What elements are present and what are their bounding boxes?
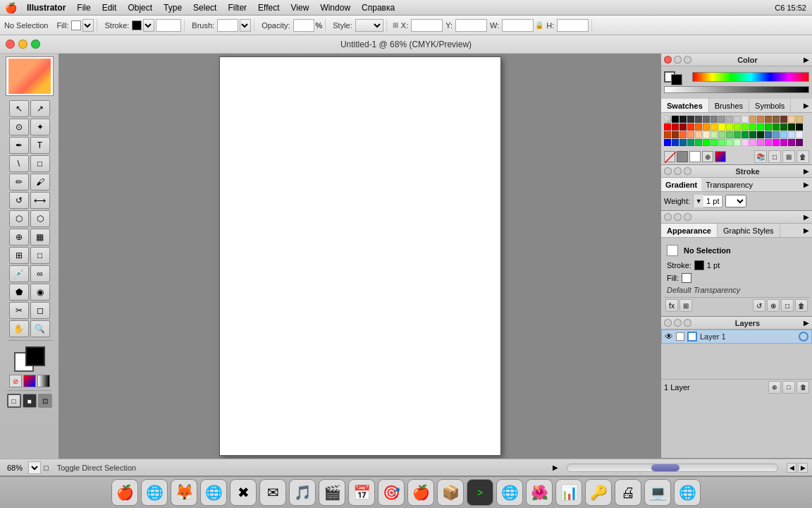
swatch-0-2[interactable] bbox=[679, 116, 687, 123]
close-button[interactable] bbox=[6, 40, 15, 49]
menu-object[interactable]: Object bbox=[122, 0, 158, 16]
color-black-strip[interactable] bbox=[664, 86, 809, 93]
apple-menu[interactable]: 🍎 bbox=[0, 2, 21, 13]
no-selection-checkbox[interactable] bbox=[667, 245, 678, 256]
swatch-1-4[interactable] bbox=[695, 123, 702, 131]
swatch-1-11[interactable] bbox=[749, 123, 756, 131]
delete-icon[interactable]: 🗑 bbox=[795, 299, 808, 312]
tab-transparency[interactable]: Transparency bbox=[701, 178, 757, 191]
color-panel-menu-icon[interactable]: ▶ bbox=[804, 56, 809, 64]
swatch-1-2[interactable] bbox=[679, 123, 687, 131]
swatch-0-17[interactable] bbox=[796, 116, 803, 123]
dock-browser-icon[interactable]: 🌐 bbox=[674, 479, 701, 506]
delete-layer-icon[interactable]: 🗑 bbox=[796, 381, 809, 394]
tab-graphic-styles[interactable]: Graphic Styles bbox=[718, 224, 780, 237]
swatch-2-2[interactable] bbox=[679, 131, 687, 138]
swatch-1-17[interactable] bbox=[796, 123, 803, 131]
lasso-tool[interactable]: ⊙ bbox=[9, 119, 29, 135]
line-tool[interactable]: \ bbox=[9, 155, 29, 172]
swatch-0-3[interactable] bbox=[687, 116, 694, 123]
layers-panel-close[interactable] bbox=[664, 319, 672, 327]
menu-file[interactable]: File bbox=[71, 0, 96, 16]
appearance-panel-max[interactable] bbox=[684, 213, 691, 221]
color-spectrum[interactable] bbox=[692, 72, 809, 82]
swatch-2-3[interactable] bbox=[687, 131, 694, 138]
scroll-left-btn[interactable]: ◀ bbox=[787, 463, 796, 473]
gradient-tool[interactable]: □ bbox=[30, 247, 50, 264]
swatch-1-12[interactable] bbox=[757, 123, 764, 131]
w-input[interactable]: 0 mm bbox=[502, 19, 534, 32]
gradient-icon[interactable] bbox=[37, 375, 50, 387]
dock-itunes-icon[interactable]: 🎵 bbox=[289, 479, 316, 506]
swatch-2-1[interactable] bbox=[672, 131, 679, 138]
tab-symbols[interactable]: Symbols bbox=[749, 99, 791, 112]
rect-tool[interactable]: □ bbox=[30, 155, 50, 172]
tab-swatches[interactable]: Swatches bbox=[661, 99, 709, 112]
new-layer-icon[interactable]: □ bbox=[782, 381, 795, 394]
menu-window[interactable]: Window bbox=[314, 0, 356, 16]
dock-mail-icon[interactable]: ✉ bbox=[259, 479, 286, 506]
layer-1-target[interactable] bbox=[799, 332, 808, 341]
swatch-0-6[interactable] bbox=[710, 116, 718, 123]
stroke-panel-menu2[interactable]: ▶ bbox=[804, 181, 809, 188]
layer-lock-icon[interactable] bbox=[676, 332, 684, 341]
swatch-1-1[interactable] bbox=[672, 123, 679, 131]
h-input[interactable]: 0 mm bbox=[557, 19, 589, 32]
swatch-2-16[interactable] bbox=[788, 131, 795, 138]
dock-flower-icon[interactable]: 🌺 bbox=[526, 479, 553, 506]
swatch-2-11[interactable] bbox=[749, 131, 756, 138]
swatch-3-2[interactable] bbox=[679, 139, 687, 146]
swatch-0-12[interactable] bbox=[757, 116, 764, 123]
swatch-2-4[interactable] bbox=[695, 131, 702, 138]
brush-select[interactable] bbox=[240, 19, 251, 32]
color-panel-close[interactable] bbox=[664, 56, 672, 64]
swatch-1-0[interactable] bbox=[664, 123, 671, 131]
swatch-3-10[interactable] bbox=[742, 139, 749, 146]
stroke-panel-menu-icon[interactable]: ▶ bbox=[804, 167, 809, 175]
stroke-value-input[interactable]: 1 pt bbox=[156, 19, 181, 32]
zoom-select[interactable] bbox=[28, 461, 41, 474]
eraser-tool[interactable]: ◻ bbox=[30, 302, 50, 319]
reflect-tool[interactable]: ⟷ bbox=[30, 192, 50, 209]
swatch-3-17[interactable] bbox=[796, 139, 803, 146]
layer-eye-icon[interactable]: 👁 bbox=[665, 332, 673, 341]
swatch-3-5[interactable] bbox=[703, 139, 710, 146]
stroke-panel-max[interactable] bbox=[684, 167, 691, 175]
scrollbar-thumb[interactable] bbox=[651, 464, 679, 471]
swatch-3-1[interactable] bbox=[672, 139, 679, 146]
clear-icon[interactable]: □ bbox=[781, 299, 794, 312]
menu-select[interactable]: Select bbox=[187, 0, 222, 16]
new-color-group-icon[interactable]: ⊞ bbox=[782, 150, 795, 163]
make-sublayer-icon[interactable]: ⊕ bbox=[768, 381, 781, 394]
minimize-button[interactable] bbox=[18, 40, 27, 49]
color-icon[interactable] bbox=[23, 375, 36, 387]
selection-tool[interactable]: ↖ bbox=[9, 100, 29, 117]
menu-view[interactable]: View bbox=[285, 0, 315, 16]
blend-tool[interactable]: ∞ bbox=[30, 265, 50, 282]
swatch-3-6[interactable] bbox=[710, 139, 718, 146]
symbol-sprayer-tool[interactable]: ⊕ bbox=[9, 229, 29, 246]
dock-safari-icon[interactable]: 🌐 bbox=[200, 479, 227, 506]
stroke-indicator[interactable] bbox=[671, 74, 682, 85]
swatch-2-6[interactable] bbox=[710, 131, 718, 138]
swatch-1-8[interactable] bbox=[726, 123, 733, 131]
swatch-1-16[interactable] bbox=[788, 123, 795, 131]
registration-swatch[interactable]: ⊕ bbox=[702, 151, 713, 162]
fill-swatch[interactable] bbox=[71, 20, 81, 30]
dock-target-icon[interactable]: 🎯 bbox=[378, 479, 405, 506]
swatch-0-14[interactable] bbox=[773, 116, 780, 123]
dock-ical-icon[interactable]: 📅 bbox=[348, 479, 375, 506]
swatch-0-16[interactable] bbox=[788, 116, 795, 123]
dock-widget-icon[interactable]: 🌐 bbox=[496, 479, 523, 506]
menu-help[interactable]: Справка bbox=[356, 0, 400, 16]
swatch-1-14[interactable] bbox=[773, 123, 780, 131]
swatch-2-0[interactable] bbox=[664, 131, 671, 138]
dock-terminal-icon[interactable]: > bbox=[467, 479, 493, 506]
swatch-1-6[interactable] bbox=[710, 123, 718, 131]
hand-tool[interactable]: ✋ bbox=[9, 320, 29, 337]
swatch-0-11[interactable] bbox=[749, 116, 756, 123]
warp-tool[interactable]: ⬡ bbox=[9, 210, 29, 227]
stroke-panel-close[interactable] bbox=[664, 167, 672, 175]
swatch-0-5[interactable] bbox=[703, 116, 710, 123]
horizontal-scrollbar[interactable] bbox=[567, 464, 778, 472]
